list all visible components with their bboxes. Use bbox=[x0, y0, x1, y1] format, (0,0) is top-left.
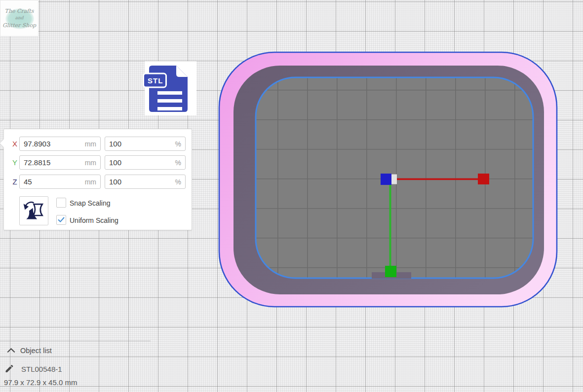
stl-file-icon: STL bbox=[143, 61, 198, 116]
reset-scale-button[interactable] bbox=[19, 196, 48, 225]
gizmo-x-scale-handle[interactable] bbox=[478, 174, 489, 184]
object-name[interactable]: STL00548-1 bbox=[21, 365, 62, 373]
scale-y-mm-input[interactable] bbox=[20, 156, 100, 169]
object-list-divider bbox=[0, 341, 151, 341]
uniform-scaling-label: Uniform Scaling bbox=[70, 215, 118, 225]
snap-scaling-label: Snap Scaling bbox=[70, 198, 111, 208]
document-line-icon bbox=[157, 91, 182, 95]
gizmo-y-scale-handle[interactable] bbox=[385, 266, 396, 277]
axis-z-label: Z bbox=[10, 178, 19, 186]
reset-scale-icon bbox=[20, 197, 48, 225]
gizmo-x-axis-line bbox=[395, 178, 479, 180]
document-line-icon bbox=[157, 107, 182, 110]
logo-line-1: The Crafts bbox=[5, 7, 34, 15]
uniform-scaling-checkbox[interactable] bbox=[56, 215, 66, 225]
scale-z-mm-input[interactable] bbox=[20, 175, 100, 188]
object-list-header[interactable]: Object list bbox=[20, 347, 52, 355]
snap-scaling-checkbox[interactable] bbox=[56, 198, 66, 208]
shop-logo: The Crafts and Glitter Shop bbox=[0, 0, 39, 36]
application-window: The Crafts and Glitter Shop STL X mm % Y… bbox=[0, 0, 583, 392]
axis-y-label: Y bbox=[10, 158, 19, 167]
logo-text: The Crafts and Glitter Shop bbox=[0, 0, 38, 36]
scale-y-percent-field[interactable]: % bbox=[105, 155, 186, 170]
gizmo-y-axis-line bbox=[389, 184, 391, 267]
scale-x-mm-input[interactable] bbox=[20, 137, 100, 150]
scale-x-percent-field[interactable]: % bbox=[105, 137, 186, 151]
gizmo-z-scale-handle[interactable] bbox=[381, 174, 391, 185]
logo-line-2: and bbox=[15, 15, 24, 21]
gizmo-center-handle[interactable] bbox=[391, 175, 397, 184]
chevron-up-icon[interactable] bbox=[7, 348, 15, 353]
object-dimensions: 97.9 x 72.9 x 45.0 mm bbox=[4, 378, 77, 387]
scale-y-mm-field[interactable]: mm bbox=[19, 155, 101, 170]
checkmark-icon bbox=[57, 215, 66, 224]
stl-badge-text: STL bbox=[148, 76, 163, 85]
scale-y-percent-input[interactable] bbox=[105, 156, 185, 169]
scale-x-percent-input[interactable] bbox=[105, 137, 185, 150]
scale-tool-panel: X mm % Y mm % Z mm % bbox=[3, 129, 192, 230]
document-line-icon bbox=[157, 99, 182, 103]
scale-x-mm-field[interactable]: mm bbox=[19, 137, 101, 151]
edit-pencil-icon[interactable] bbox=[4, 363, 14, 374]
scale-z-percent-input[interactable] bbox=[105, 175, 185, 188]
logo-line-3: Glitter Shop bbox=[2, 22, 36, 30]
scale-z-percent-field[interactable]: % bbox=[105, 175, 186, 189]
axis-x-label: X bbox=[10, 140, 19, 148]
scale-z-mm-field[interactable]: mm bbox=[19, 175, 101, 189]
